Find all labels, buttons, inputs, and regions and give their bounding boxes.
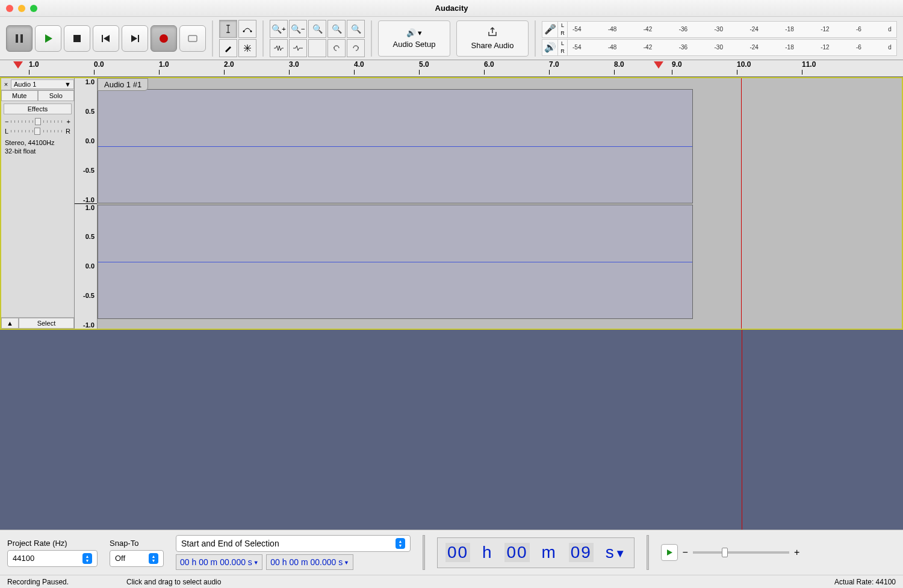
waveform-display[interactable]: Audio 1 #1: [98, 78, 902, 329]
snap-to-select[interactable]: Off ▲▼: [110, 550, 164, 567]
clip-label[interactable]: Audio 1 #1: [98, 78, 148, 91]
svg-point-10: [243, 30, 245, 32]
svg-point-11: [250, 30, 252, 32]
status-hint: Click and drag to select audio: [126, 578, 221, 586]
speaker-icon: 🔊 ▾: [406, 28, 423, 37]
envelope-tool[interactable]: [238, 20, 256, 38]
maximize-window-button[interactable]: [30, 5, 37, 12]
fit-selection-button[interactable]: 🔍: [308, 20, 326, 38]
recording-meter[interactable]: 🎤 LR -54-48-42-36-30-24-18-12-6d: [542, 21, 897, 38]
zoom-in-button[interactable]: 🔍+: [270, 20, 288, 38]
selection-tool[interactable]: [219, 20, 237, 38]
status-left: Recording Paused.: [7, 578, 69, 586]
pause-button[interactable]: [6, 25, 33, 52]
minimize-window-button[interactable]: [18, 5, 25, 12]
svg-rect-9: [188, 36, 197, 42]
pan-slider[interactable]: [11, 130, 63, 132]
ruler-tick: 5.0: [419, 60, 429, 69]
zoom-out-button[interactable]: 🔍−: [289, 20, 307, 38]
track-close-button[interactable]: ×: [1, 81, 11, 88]
share-audio-button[interactable]: Share Audio: [456, 20, 529, 57]
divider: [423, 535, 425, 570]
ruler-tick: 1.0: [159, 60, 169, 69]
select-arrows-icon: ▲▼: [149, 553, 158, 564]
ruler-tick: 1.0: [29, 60, 39, 69]
redo-button[interactable]: [347, 39, 365, 57]
undo-button[interactable]: [327, 39, 346, 57]
selection-mode-value: Start and End of Selection: [181, 539, 279, 548]
svg-marker-5: [104, 35, 110, 42]
select-arrows-icon: ▲▼: [396, 538, 405, 549]
trim-outside-button[interactable]: [270, 39, 288, 57]
silence-selection-button[interactable]: [289, 39, 307, 57]
project-rate-value: 44100: [13, 554, 34, 563]
project-rate-select[interactable]: 44100 ▲▼: [7, 550, 98, 567]
audio-setup-label: Audio Setup: [393, 40, 436, 49]
solo-button[interactable]: Solo: [38, 90, 75, 101]
separator: [262, 20, 264, 57]
play-at-speed-button[interactable]: [661, 544, 678, 561]
ruler-tick: 9.0: [672, 60, 682, 69]
track-format-info: Stereo, 44100Hz 32-bit float: [1, 136, 74, 158]
ruler-tick: 8.0: [614, 60, 624, 69]
snap-to-label: Snap-To: [110, 539, 164, 548]
audio-position-display[interactable]: 00 h 00 m 09 s▾: [437, 537, 635, 568]
empty-track-area[interactable]: [0, 330, 903, 530]
fit-project-button[interactable]: 🔍: [327, 20, 346, 38]
track-name-dropdown[interactable]: Audio 1 ▼: [11, 79, 74, 89]
skip-start-button[interactable]: [93, 25, 119, 52]
effects-button[interactable]: Effects: [4, 104, 72, 114]
speed-minus-label: −: [683, 547, 688, 558]
audio-setup-button[interactable]: 🔊 ▾ Audio Setup: [378, 20, 450, 57]
track-select-button[interactable]: Select: [19, 318, 74, 329]
svg-rect-0: [16, 34, 18, 43]
microphone-icon: 🎤: [542, 22, 558, 37]
skip-end-button[interactable]: [122, 25, 148, 52]
playback-meter[interactable]: 🔊 LR -54-48-42-36-30-24-18-12-6d: [542, 39, 897, 56]
playback-meter-scale: -54-48-42-36-30-24-18-12-6d: [568, 44, 896, 51]
timeline-ruler[interactable]: 1.0 0.0 1.0 2.0 3.0 4.0 5.0 6.0 7.0 8.0 …: [0, 60, 903, 77]
window-title: Audacity: [435, 4, 468, 13]
waveform-channel-left[interactable]: [98, 89, 693, 203]
track-collapse-button[interactable]: ▲: [1, 318, 19, 329]
divider: [647, 535, 649, 570]
speed-plus-label: +: [794, 547, 799, 558]
mute-button[interactable]: Mute: [1, 90, 38, 101]
record-button[interactable]: [150, 25, 177, 52]
select-arrows-icon: ▲▼: [82, 553, 92, 564]
snap-to-value: Off: [115, 554, 125, 563]
separator: [535, 20, 536, 57]
selection-start-marker[interactable]: [13, 61, 23, 69]
meter-lr-labels: LR: [558, 22, 568, 37]
share-audio-label: Share Audio: [471, 41, 514, 50]
play-button[interactable]: [35, 25, 61, 52]
playback-speed-slider[interactable]: [693, 551, 789, 554]
stop-button[interactable]: [64, 25, 90, 52]
pan-right-label: R: [66, 128, 70, 135]
gain-minus-label: −: [5, 118, 8, 125]
multi-tool[interactable]: [238, 39, 256, 57]
meters: 🎤 LR -54-48-42-36-30-24-18-12-6d 🔊 LR -5…: [542, 21, 897, 56]
loop-button[interactable]: [179, 25, 206, 52]
draw-tool[interactable]: [219, 39, 237, 57]
gain-plus-label: +: [67, 118, 70, 125]
svg-rect-3: [73, 35, 81, 42]
chevron-down-icon: ▼: [64, 81, 71, 88]
track-name-label: Audio 1: [14, 81, 36, 88]
svg-rect-7: [138, 35, 139, 42]
track-control-panel: × Audio 1 ▼ Mute Solo Effects − + L R: [1, 78, 75, 329]
ruler-tick: 6.0: [484, 60, 494, 69]
svg-rect-1: [20, 34, 23, 43]
close-window-button[interactable]: [6, 5, 13, 12]
selection-end-time[interactable]: 00 h 00 m 00.000 s▾: [266, 554, 353, 570]
selection-toolbar: Project Rate (Hz) 44100 ▲▼ Snap-To Off ▲…: [0, 530, 903, 575]
zoom-toggle-button[interactable]: 🔍: [347, 20, 365, 38]
selection-mode-select[interactable]: Start and End of Selection ▲▼: [176, 535, 411, 552]
gain-slider[interactable]: [11, 120, 64, 123]
playhead-marker[interactable]: [654, 61, 663, 69]
spacer: [308, 39, 326, 57]
amplitude-scale: 1.0 0.5 0.0 -0.5 -1.0 1.0 0.5 0.0 -0.5 -…: [75, 78, 98, 329]
waveform-channel-right[interactable]: [98, 205, 693, 319]
selection-start-time[interactable]: 00 h 00 m 00.000 s▾: [176, 554, 262, 570]
ruler-tick: 11.0: [802, 60, 816, 69]
